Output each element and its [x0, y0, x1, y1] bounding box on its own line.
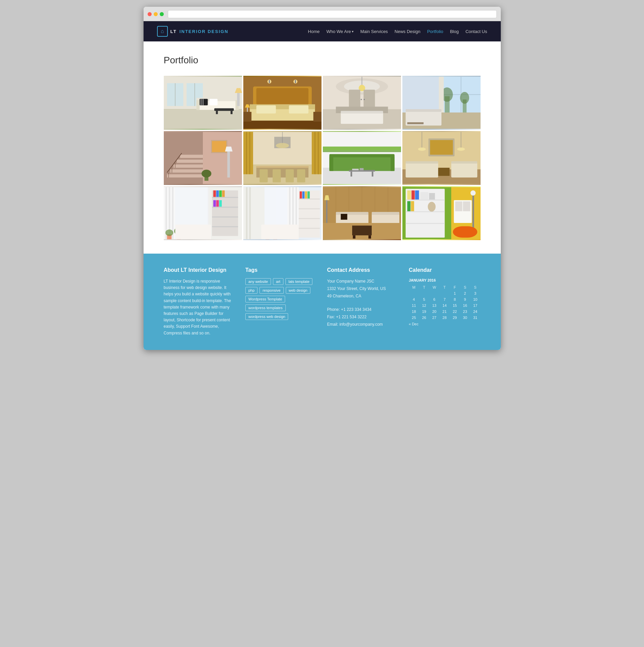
calendar-day[interactable]: 18: [409, 309, 419, 315]
portfolio-item[interactable]: [402, 76, 481, 130]
portfolio-item[interactable]: [243, 131, 321, 185]
nav-item-who-we-are[interactable]: Who We Are ▾: [326, 29, 354, 34]
calendar-day[interactable]: 17: [470, 302, 480, 309]
calendar-day[interactable]: 12: [419, 302, 429, 309]
calendar-day[interactable]: 11: [409, 302, 419, 309]
portfolio-item[interactable]: [164, 76, 242, 130]
portfolio-item[interactable]: [323, 186, 401, 240]
nav-item-news-design[interactable]: News Design: [395, 28, 421, 34]
calendar-day[interactable]: 25: [409, 315, 419, 321]
svg-rect-168: [307, 191, 310, 198]
calendar-day[interactable]: 15: [450, 302, 460, 309]
svg-rect-92: [256, 166, 308, 168]
svg-rect-36: [247, 108, 248, 112]
tag-item[interactable]: any website: [245, 278, 271, 285]
calendar-day[interactable]: 5: [419, 296, 429, 302]
calendar-day[interactable]: 20: [429, 309, 439, 315]
page-title: Portfolio: [164, 55, 481, 66]
svg-rect-188: [352, 226, 372, 235]
tag-item[interactable]: wordpress web design: [245, 313, 288, 320]
svg-rect-162: [299, 208, 320, 209]
tag-item[interactable]: Wordpress Template: [245, 296, 285, 302]
calendar-day[interactable]: 30: [460, 315, 470, 321]
tag-item[interactable]: lats template: [285, 278, 312, 285]
tag-item[interactable]: art: [273, 278, 283, 285]
portfolio-item[interactable]: [323, 76, 401, 130]
nav-link-news-design[interactable]: News Design: [395, 29, 421, 34]
svg-rect-95: [285, 169, 294, 183]
calendar-day[interactable]: 7: [439, 296, 450, 302]
svg-rect-211: [455, 201, 462, 211]
svg-rect-34: [313, 112, 321, 122]
svg-rect-197: [405, 223, 444, 224]
calendar-day[interactable]: 23: [460, 309, 470, 315]
nav-link-contact[interactable]: Contact Us: [465, 29, 487, 34]
calendar-day[interactable]: 22: [450, 309, 460, 315]
svg-rect-202: [429, 193, 435, 199]
svg-rect-44: [363, 90, 375, 109]
calendar-day[interactable]: 19: [419, 309, 429, 315]
calendar-day[interactable]: 27: [429, 315, 439, 321]
calendar-day[interactable]: 2: [460, 290, 470, 296]
calendar-day[interactable]: 3: [470, 290, 480, 296]
browser-dots: [148, 12, 164, 16]
nav-item-home[interactable]: Home: [308, 28, 320, 34]
tag-item[interactable]: web design: [286, 287, 311, 294]
svg-rect-110: [372, 172, 373, 176]
svg-point-45: [361, 99, 362, 100]
portfolio-item[interactable]: [164, 186, 242, 240]
calendar-day[interactable]: 31: [470, 315, 480, 321]
calendar-day-header: T: [419, 284, 429, 290]
tag-item[interactable]: php: [245, 287, 257, 294]
nav-item-portfolio[interactable]: Portfolio: [427, 28, 443, 34]
svg-rect-1: [164, 109, 242, 129]
nav-link-main-services[interactable]: Main Services: [360, 29, 388, 34]
calendar-day[interactable]: 6: [429, 296, 439, 302]
portfolio-item[interactable]: [243, 76, 321, 130]
maximize-button[interactable]: [160, 12, 164, 16]
portfolio-item[interactable]: [402, 131, 481, 185]
calendar-day[interactable]: 14: [439, 302, 450, 309]
svg-rect-96: [297, 169, 305, 183]
calendar-day[interactable]: 9: [460, 296, 470, 302]
calendar-day[interactable]: 4: [409, 296, 419, 302]
svg-rect-14: [209, 99, 217, 105]
portfolio-item[interactable]: [243, 186, 321, 240]
calendar-prev-link[interactable]: « Dec: [409, 322, 419, 326]
nav-link-blog[interactable]: Blog: [450, 29, 459, 34]
svg-rect-126: [438, 168, 450, 176]
tag-item[interactable]: responsive: [259, 287, 283, 294]
calendar-day[interactable]: 24: [470, 309, 480, 315]
close-button[interactable]: [148, 12, 152, 16]
calendar-day[interactable]: 21: [439, 309, 450, 315]
calendar-day[interactable]: 26: [419, 315, 429, 321]
svg-rect-15: [214, 108, 234, 111]
nav-link-home[interactable]: Home: [308, 29, 320, 34]
portfolio-image-7: [323, 131, 401, 185]
minimize-button[interactable]: [154, 12, 158, 16]
svg-rect-104: [329, 156, 333, 171]
calendar-day[interactable]: 1: [450, 290, 460, 296]
nav-item-contact[interactable]: Contact Us: [465, 28, 487, 34]
nav-link-portfolio[interactable]: Portfolio: [427, 29, 443, 34]
svg-rect-116: [430, 140, 453, 155]
portfolio-item[interactable]: [402, 186, 481, 240]
calendar-day[interactable]: 8: [450, 296, 460, 302]
svg-rect-141: [219, 190, 222, 197]
site-logo[interactable]: ⌂ LT INTERIOR DESIGN: [157, 26, 229, 37]
calendar-day[interactable]: 10: [470, 296, 480, 302]
calendar-day[interactable]: 28: [439, 315, 450, 321]
calendar-day[interactable]: 13: [429, 302, 439, 309]
nav-link-who-we-are[interactable]: Who We Are ▾: [326, 29, 354, 34]
nav-item-main-services[interactable]: Main Services: [360, 28, 388, 34]
svg-rect-68: [177, 160, 203, 163]
calendar-day[interactable]: 16: [460, 302, 470, 309]
tag-item[interactable]: wordpress templates: [245, 304, 286, 311]
calendar-day-header: W: [429, 284, 439, 290]
address-bar[interactable]: [168, 10, 497, 18]
nav-item-blog[interactable]: Blog: [450, 28, 459, 34]
svg-rect-195: [405, 199, 444, 200]
portfolio-item[interactable]: [323, 131, 401, 185]
portfolio-item[interactable]: [164, 131, 242, 185]
calendar-day[interactable]: 29: [450, 315, 460, 321]
